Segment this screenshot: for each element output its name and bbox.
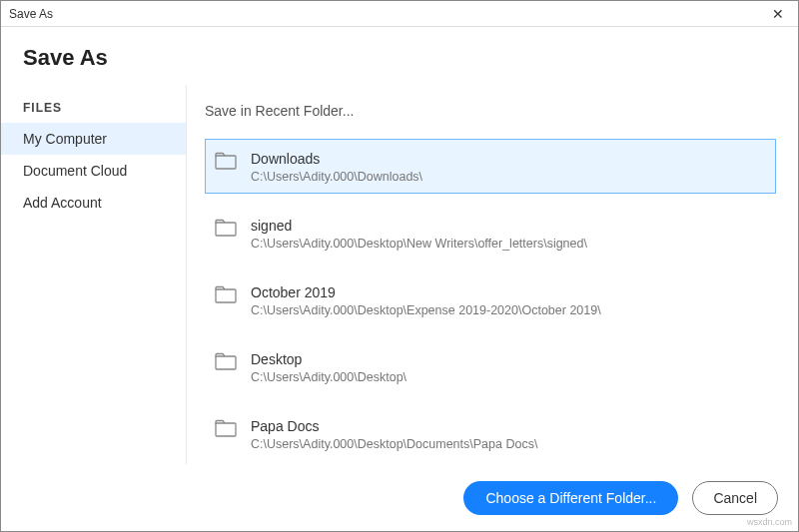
folder-path: C:\Users\Adity.000\Desktop\Documents\Pap… — [251, 437, 537, 451]
sidebar-item-my-computer[interactable]: My Computer — [1, 123, 186, 155]
folder-icon — [215, 419, 237, 440]
sidebar-item-add-account[interactable]: Add Account — [1, 187, 186, 219]
folder-name: Papa Docs — [251, 418, 537, 434]
folder-item-papa-docs[interactable]: Papa Docs C:\Users\Adity.000\Desktop\Doc… — [205, 406, 776, 461]
svg-rect-2 — [216, 289, 236, 302]
folder-icon — [215, 152, 237, 173]
page-title: Save As — [23, 45, 776, 71]
sidebar-item-label: My Computer — [23, 131, 107, 147]
folder-item-october-2019[interactable]: October 2019 C:\Users\Adity.000\Desktop\… — [205, 272, 776, 327]
folder-text: October 2019 C:\Users\Adity.000\Desktop\… — [251, 284, 601, 317]
folder-item-desktop[interactable]: Desktop C:\Users\Adity.000\Desktop\ — [205, 339, 776, 394]
folder-text: signed C:\Users\Adity.000\Desktop\New Wr… — [251, 218, 587, 251]
folder-text: Downloads C:\Users\Adity.000\Downloads\ — [251, 151, 422, 184]
sidebar-item-label: Add Account — [23, 195, 102, 211]
content-area: FILES My Computer Document Cloud Add Acc… — [1, 85, 798, 464]
folder-name: signed — [251, 218, 587, 234]
folder-icon — [215, 352, 237, 373]
folder-path: C:\Users\Adity.000\Downloads\ — [251, 170, 422, 184]
folder-path: C:\Users\Adity.000\Desktop\New Writers\o… — [251, 237, 587, 251]
window-title: Save As — [9, 7, 53, 21]
folder-icon — [215, 285, 237, 306]
folder-icon — [215, 219, 237, 240]
dialog-header: Save As — [1, 27, 798, 85]
folder-item-signed[interactable]: signed C:\Users\Adity.000\Desktop\New Wr… — [205, 206, 776, 261]
section-title: Save in Recent Folder... — [205, 103, 776, 119]
close-icon[interactable]: ✕ — [766, 4, 790, 24]
folder-item-downloads[interactable]: Downloads C:\Users\Adity.000\Downloads\ — [205, 139, 776, 194]
sidebar-section-label: FILES — [1, 95, 186, 123]
footer-buttons: Choose a Different Folder... Cancel — [463, 481, 778, 515]
watermark: wsxdn.com — [747, 517, 792, 527]
cancel-button[interactable]: Cancel — [692, 481, 778, 515]
main-panel: Save in Recent Folder... Downloads C:\Us… — [187, 85, 798, 464]
folder-path: C:\Users\Adity.000\Desktop\ — [251, 370, 406, 384]
svg-rect-1 — [216, 223, 236, 236]
choose-different-folder-button[interactable]: Choose a Different Folder... — [463, 481, 678, 515]
folder-text: Desktop C:\Users\Adity.000\Desktop\ — [251, 351, 406, 384]
folder-text: Papa Docs C:\Users\Adity.000\Desktop\Doc… — [251, 418, 537, 451]
folder-name: October 2019 — [251, 284, 601, 300]
svg-rect-4 — [216, 423, 236, 436]
svg-rect-3 — [216, 356, 236, 369]
sidebar-item-document-cloud[interactable]: Document Cloud — [1, 155, 186, 187]
folder-name: Desktop — [251, 351, 406, 367]
sidebar: FILES My Computer Document Cloud Add Acc… — [1, 85, 187, 464]
svg-rect-0 — [216, 156, 236, 169]
sidebar-item-label: Document Cloud — [23, 163, 127, 179]
recent-folder-list: Downloads C:\Users\Adity.000\Downloads\ … — [205, 139, 776, 461]
folder-path: C:\Users\Adity.000\Desktop\Expense 2019-… — [251, 303, 601, 317]
titlebar: Save As ✕ — [1, 1, 798, 27]
folder-name: Downloads — [251, 151, 422, 167]
